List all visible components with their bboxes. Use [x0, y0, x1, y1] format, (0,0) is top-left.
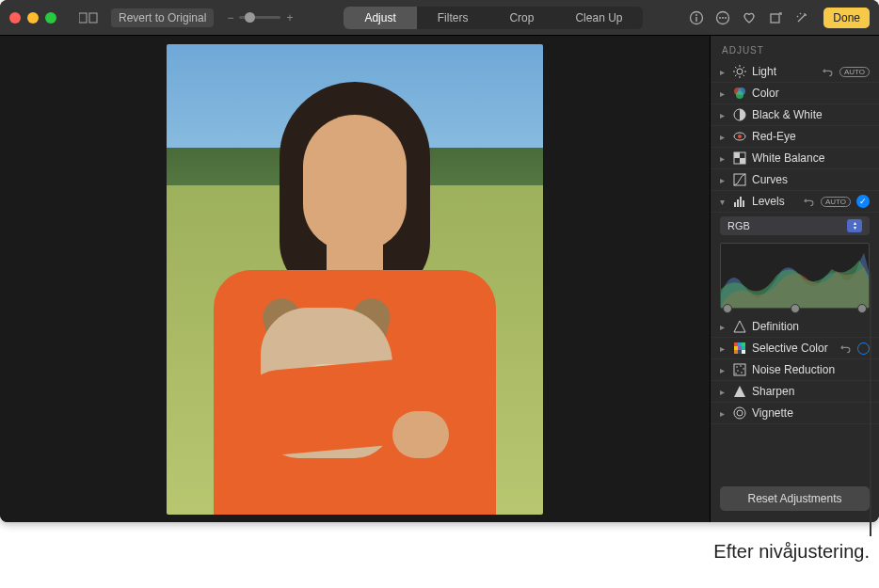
svg-rect-30 [737, 199, 739, 207]
chevron-right-icon: ▸ [720, 343, 727, 354]
tab-adjust[interactable]: Adjust [344, 7, 416, 29]
adj-levels[interactable]: ▾ Levels AUTO ✓ [711, 191, 879, 213]
zoom-knob[interactable] [245, 12, 255, 23]
split-view-icon [79, 12, 98, 24]
auto-button[interactable]: AUTO [821, 197, 851, 207]
chevron-right-icon: ▸ [720, 365, 727, 375]
chevron-right-icon: ▸ [720, 175, 727, 185]
close-window-button[interactable] [9, 12, 21, 24]
zoom-slider[interactable]: − + [227, 11, 293, 24]
magic-wand-icon [794, 10, 809, 25]
enhance-button[interactable] [791, 8, 812, 28]
adj-redeye[interactable]: ▸ Red-Eye [711, 126, 879, 148]
adj-curves[interactable]: ▸ Curves [711, 169, 879, 191]
enabled-ring-icon[interactable] [857, 342, 870, 355]
svg-rect-32 [743, 200, 744, 207]
levels-black-handle[interactable] [723, 304, 732, 313]
info-button[interactable] [686, 8, 707, 28]
adj-light[interactable]: ▸ Light AUTO [711, 61, 879, 83]
levels-mid-handle[interactable] [791, 304, 800, 313]
adj-label: Noise Reduction [752, 363, 870, 376]
tab-cleanup[interactable]: Clean Up [554, 7, 643, 29]
view-mode-toggle[interactable] [72, 9, 105, 26]
redeye-icon [733, 130, 746, 143]
chevron-right-icon: ▸ [720, 387, 727, 397]
svg-rect-0 [79, 13, 87, 23]
svg-rect-36 [734, 346, 738, 350]
adj-whitebalance[interactable]: ▸ White Balance [711, 148, 879, 169]
rotate-icon [768, 10, 783, 25]
favorite-button[interactable] [739, 8, 759, 28]
svg-rect-41 [742, 350, 745, 354]
definition-icon [733, 320, 746, 333]
levels-channel-label: RGB [727, 220, 750, 231]
zoom-track[interactable] [239, 16, 280, 19]
tab-filters[interactable]: Filters [417, 7, 489, 29]
info-icon [689, 10, 704, 25]
svg-rect-31 [740, 197, 742, 207]
svg-rect-33 [734, 342, 738, 346]
svg-rect-34 [738, 342, 742, 346]
levels-white-handle[interactable] [857, 304, 867, 313]
enabled-check-icon[interactable]: ✓ [856, 195, 870, 208]
done-button[interactable]: Done [823, 8, 870, 28]
adj-sharpen[interactable]: ▸ Sharpen [711, 381, 879, 403]
panel-title: ADJUST [711, 36, 879, 61]
svg-rect-9 [771, 14, 779, 23]
adj-definition[interactable]: ▸ Definition [711, 316, 879, 338]
svg-rect-37 [738, 346, 742, 350]
chevron-right-icon: ▸ [720, 110, 727, 120]
svg-point-43 [736, 366, 738, 368]
revert-button[interactable]: Revert to Original [111, 8, 214, 27]
reset-adjustments-button[interactable]: Reset Adjustments [720, 486, 870, 511]
tab-crop[interactable]: Crop [488, 7, 554, 29]
svg-point-3 [695, 14, 697, 16]
ellipsis-icon [715, 10, 730, 25]
svg-point-45 [743, 368, 744, 370]
caption-text: Efter nivåjustering. [713, 541, 870, 563]
photos-editor-window: Revert to Original − + Adjust Filters Cr… [0, 0, 879, 522]
svg-rect-27 [740, 158, 745, 164]
adj-color[interactable]: ▸ Color [711, 83, 879, 104]
toolbar: Revert to Original − + Adjust Filters Cr… [0, 0, 879, 36]
adj-selective-color[interactable]: ▸ Selective Color [711, 338, 879, 359]
adj-bw[interactable]: ▸ Black & White [711, 104, 879, 126]
levels-handles [721, 304, 869, 313]
photo-preview[interactable] [167, 44, 543, 515]
editor-main: ADJUST ▸ Light AUTO ▸ Color ▸ Black & Wh… [0, 36, 879, 522]
auto-button[interactable]: AUTO [839, 67, 870, 77]
svg-line-15 [735, 67, 737, 69]
svg-point-10 [737, 69, 743, 74]
adj-label: Vignette [752, 406, 870, 420]
zoom-out-icon: − [227, 11, 233, 24]
window-controls [9, 12, 56, 24]
adj-label: Definition [752, 320, 870, 333]
chevron-right-icon: ▸ [720, 153, 727, 164]
undo-icon[interactable] [840, 342, 852, 354]
rotate-button[interactable] [765, 8, 786, 28]
svg-point-49 [734, 407, 745, 419]
levels-histogram[interactable] [720, 243, 870, 309]
adj-vignette[interactable]: ▸ Vignette [711, 403, 879, 424]
more-button[interactable] [712, 8, 733, 28]
svg-rect-38 [742, 346, 745, 350]
chevron-right-icon: ▸ [720, 132, 727, 142]
svg-rect-26 [734, 152, 740, 158]
svg-point-7 [722, 17, 724, 19]
adj-noise[interactable]: ▸ Noise Reduction [711, 359, 879, 381]
svg-line-16 [743, 75, 745, 77]
minimize-window-button[interactable] [27, 12, 39, 24]
undo-icon[interactable] [823, 66, 834, 77]
chevron-right-icon: ▸ [720, 408, 727, 419]
undo-icon[interactable] [804, 196, 815, 207]
adj-label: Black & White [752, 108, 870, 121]
vignette-icon [733, 406, 746, 420]
svg-rect-40 [738, 350, 742, 354]
chevron-right-icon: ▸ [720, 88, 727, 99]
zoom-window-button[interactable] [45, 12, 56, 24]
chevron-down-icon: ▾ [720, 197, 727, 207]
selective-color-icon [733, 342, 746, 355]
svg-point-24 [738, 135, 742, 138]
levels-channel-select[interactable]: RGB ▴▾ [720, 216, 870, 235]
svg-rect-39 [734, 350, 738, 354]
